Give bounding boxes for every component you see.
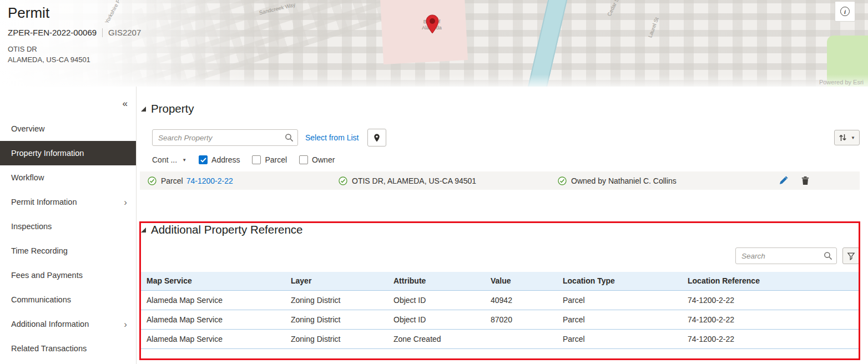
property-search-input[interactable] [152, 129, 298, 146]
chevron-right-icon: › [124, 320, 127, 329]
sidebar-item-label: Overview [11, 124, 44, 133]
property-owner: Owned by Nathaniel C. Collins [571, 176, 677, 185]
parcel-link[interactable]: 74-1200-2-22 [186, 176, 233, 185]
funnel-icon [847, 252, 855, 260]
section-expander-icon[interactable] [141, 107, 146, 112]
col-value: Value [484, 272, 556, 290]
table-header-row: Map Service Layer Attribute Value Locati… [140, 272, 860, 290]
address-checkbox[interactable] [199, 155, 208, 164]
sidebar-item-label: Property Information [11, 149, 84, 158]
cell [484, 329, 556, 348]
map-select-button[interactable] [367, 129, 386, 146]
cell: Parcel [556, 290, 681, 310]
cell: 87020 [484, 310, 556, 329]
info-icon: i [840, 7, 850, 16]
sidebar-item-property-information[interactable]: Property Information [0, 141, 136, 165]
cell: Object ID [387, 290, 484, 310]
check-circle-icon [558, 176, 567, 185]
page-title: Permit [8, 4, 141, 22]
select-from-list-link[interactable]: Select from List [305, 133, 359, 142]
cell: 74-1200-2-22 [681, 290, 860, 310]
sidebar-item-fees-and-payments[interactable]: Fees and Payments [0, 263, 136, 287]
sidebar-item-label: Workflow [11, 173, 44, 182]
owner-checkbox-label: Owner [312, 155, 335, 164]
delete-button[interactable] [801, 176, 810, 185]
col-layer: Layer [284, 272, 387, 290]
cell: Zoning District [284, 329, 387, 348]
cell: Zoning District [284, 310, 387, 329]
section-expander-icon[interactable] [141, 228, 146, 232]
sidebar: « Overview Property Information Workflow… [0, 87, 137, 364]
property-section-header: Property [141, 102, 868, 115]
sort-arrows-icon [839, 134, 847, 141]
property-address: OTIS DR, ALAMEDA, US-CA 94501 [352, 176, 476, 185]
permit-address-line2: ALAMEDA, US-CA 94501 [8, 54, 141, 65]
reference-section-header: Additional Property Reference [141, 223, 868, 236]
parcel-checkbox-label: Parcel [265, 155, 287, 164]
cell: Parcel [556, 329, 681, 348]
edit-button[interactable] [779, 176, 788, 185]
col-location-type: Location Type [556, 272, 681, 290]
property-list-row[interactable]: Parcel 74-1200-2-22 OTIS DR, ALAMEDA, US… [140, 171, 860, 190]
table-row[interactable]: Alameda Map Service Zoning District Obje… [140, 310, 860, 329]
map-pin-icon[interactable] [425, 14, 440, 37]
check-circle-icon [148, 176, 157, 185]
sidebar-item-permit-information[interactable]: Permit Information › [0, 190, 136, 214]
cell: Alameda Map Service [140, 329, 284, 348]
table-row[interactable]: Alameda Map Service Zoning District Zone… [140, 329, 860, 348]
owner-checkbox[interactable] [299, 155, 308, 164]
cell: Zone Created [387, 329, 484, 348]
chevron-down-icon: ▼ [851, 135, 855, 140]
reference-table: Map Service Layer Attribute Value Locati… [140, 272, 860, 349]
pencil-icon [779, 176, 788, 185]
cell: 40942 [484, 290, 556, 310]
sidebar-menu: Overview Property Information Workflow P… [0, 117, 136, 361]
sidebar-item-workflow[interactable]: Workflow [0, 165, 136, 190]
sidebar-item-overview[interactable]: Overview [0, 117, 136, 141]
location-pin-icon [373, 133, 381, 143]
cell: Object ID [387, 310, 484, 329]
reference-search-input[interactable] [735, 247, 837, 264]
cell: 74-1200-2-22 [681, 310, 860, 329]
reference-section-title: Additional Property Reference [151, 223, 303, 236]
sort-button[interactable]: ▼ [834, 130, 860, 145]
filter-type-label: Cont ... [152, 155, 177, 164]
filter-type-dropdown[interactable]: Cont ... ▼ [152, 155, 186, 164]
col-attribute: Attribute [387, 272, 484, 290]
cell: Alameda Map Service [140, 310, 284, 329]
permit-record-id: ZPER-FEN-2022-00069 [8, 28, 97, 37]
sidebar-collapse-icon[interactable]: « [123, 99, 128, 108]
cell: 74-1200-2-22 [681, 329, 860, 348]
sidebar-item-label: Related Transactions [11, 344, 87, 353]
sidebar-item-additional-information[interactable]: Additional Information › [0, 312, 136, 336]
sidebar-item-inspections[interactable]: Inspections [0, 214, 136, 239]
sidebar-item-communications[interactable]: Communications [0, 287, 136, 312]
sidebar-item-label: Communications [11, 295, 71, 304]
table-row[interactable]: Alameda Map Service Zoning District Obje… [140, 290, 860, 310]
address-checkbox-label: Address [211, 155, 240, 164]
col-map-service: Map Service [140, 272, 284, 290]
header-map: Yorkshire Pl Sandcreek Way Cedar St Laur… [0, 0, 868, 87]
sidebar-item-label: Permit Information [11, 198, 77, 206]
filter-button[interactable] [842, 247, 860, 264]
info-button[interactable]: i [835, 1, 855, 22]
check-circle-icon [339, 176, 347, 185]
search-icon[interactable] [824, 251, 832, 262]
sidebar-item-time-recording[interactable]: Time Recording [0, 239, 136, 263]
sidebar-item-related-transactions[interactable]: Related Transactions [0, 336, 136, 361]
divider [102, 28, 103, 37]
parcel-prefix: Parcel [161, 176, 183, 185]
permit-address-line1: OTIS DR [8, 44, 141, 54]
main-content: Property Select from List [137, 87, 868, 364]
sidebar-item-label: Inspections [11, 222, 52, 231]
chevron-right-icon: › [124, 198, 127, 207]
cell: Zoning District [284, 290, 387, 310]
permit-record-code: GIS2207 [108, 28, 141, 37]
search-icon[interactable] [285, 133, 294, 144]
parcel-checkbox[interactable] [252, 155, 261, 164]
cell: Parcel [556, 310, 681, 329]
chevron-down-icon: ▼ [182, 158, 186, 163]
sidebar-item-label: Additional Information [11, 320, 89, 328]
sidebar-item-label: Fees and Payments [11, 271, 83, 280]
col-location-reference: Location Reference [681, 272, 860, 290]
